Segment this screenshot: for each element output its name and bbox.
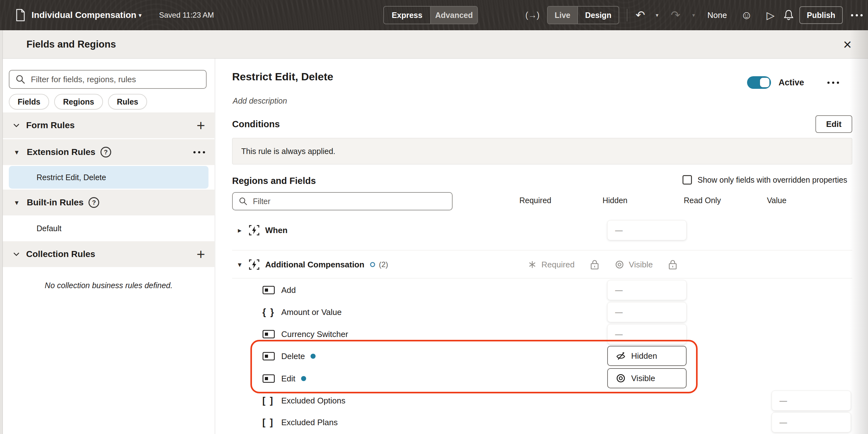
button-field-icon	[262, 374, 277, 383]
chip-rules[interactable]: Rules	[108, 94, 147, 110]
help-icon[interactable]: ?	[89, 197, 99, 208]
caret-down-icon: ▾	[12, 148, 21, 157]
column-required: Required	[519, 196, 551, 205]
lock-icon[interactable]	[668, 259, 678, 270]
regions-fields-heading: Regions and Fields	[232, 176, 316, 186]
fields-filter	[232, 192, 453, 210]
toolbar-divider	[627, 9, 627, 22]
eye-icon	[615, 373, 626, 383]
section-collection-rules[interactable]: Collection Rules +	[3, 241, 215, 267]
table-row-excluded-options: [ ] Excluded Options	[232, 389, 852, 412]
hidden-dropdown-when[interactable]: —	[607, 220, 687, 240]
overridden-checkbox[interactable]	[682, 175, 692, 185]
chip-regions[interactable]: Regions	[54, 94, 103, 110]
collapse-panel-icon[interactable]: (→)	[525, 0, 539, 30]
value-dropdown-excluded-plans[interactable]: —	[772, 412, 851, 432]
rule-overflow-menu-icon[interactable]	[827, 82, 839, 84]
preview-play-icon[interactable]: ▷	[767, 0, 774, 30]
required-toggle[interactable]: Required	[528, 260, 575, 270]
drawer-title: Fields and Regions	[27, 39, 116, 50]
overridden-label: Show only fields with overridden propert…	[698, 176, 847, 185]
live-design-toggle: Live Design	[547, 6, 619, 24]
overflow-menu-icon[interactable]	[851, 0, 863, 30]
extension-rules-menu[interactable]	[193, 151, 205, 153]
express-tab[interactable]: Express	[384, 7, 430, 24]
design-tab[interactable]: Design	[578, 7, 619, 24]
visible-toggle[interactable]: Visible	[615, 259, 653, 270]
collapse-caret-icon[interactable]: ▾	[235, 260, 244, 269]
edit-conditions-button[interactable]: Edit	[815, 115, 852, 133]
document-icon	[16, 0, 25, 30]
hidden-dropdown-delete[interactable]: Hidden	[607, 346, 687, 366]
page-switcher[interactable]: Individual Compensation	[31, 0, 136, 30]
mode-toggle: Express Advanced	[383, 6, 478, 24]
override-ring-icon	[370, 262, 375, 267]
rule-detail-panel: Restrict Edit, Delete Active Add descrip…	[215, 59, 868, 434]
column-value: Value	[767, 196, 786, 205]
section-form-rules[interactable]: Form Rules +	[3, 113, 215, 138]
hidden-dropdown-add[interactable]: —	[607, 280, 687, 300]
sidebar-item-restrict-edit-delete[interactable]: Restrict Edit, Delete	[9, 166, 209, 189]
doc-caret-icon[interactable]: ▾	[138, 0, 142, 30]
hidden-dropdown-amount[interactable]: —	[607, 302, 687, 322]
undo-caret-icon[interactable]: ▾	[656, 0, 658, 30]
table-row-add: Add	[232, 279, 852, 301]
table-row-edit: Edit	[232, 367, 852, 390]
empty-collection-note: No collection business rules defined.	[3, 281, 215, 290]
override-dot	[311, 354, 316, 359]
live-tab[interactable]: Live	[548, 7, 578, 24]
button-field-icon	[262, 330, 277, 339]
value-dropdown-excluded-options[interactable]: —	[772, 391, 851, 411]
add-collection-rule-button[interactable]: +	[196, 247, 205, 261]
region-icon	[248, 258, 260, 271]
column-read-only: Read Only	[684, 196, 721, 205]
brackets-icon: [ ]	[262, 417, 277, 428]
caret-down-icon: ▾	[12, 198, 21, 207]
notifications-bell-icon[interactable]	[784, 0, 794, 30]
close-icon[interactable]: ×	[843, 37, 851, 52]
sandbox-label[interactable]: None	[707, 0, 727, 30]
saved-status: Saved 11:23 AM	[159, 0, 214, 30]
lock-icon[interactable]	[590, 259, 599, 270]
expand-caret-icon[interactable]: ▸	[235, 226, 244, 235]
chevron-down-icon	[12, 122, 21, 129]
page-edge-strip	[0, 30, 3, 434]
override-dot	[301, 376, 306, 381]
drawer-header: Fields and Regions ×	[3, 30, 868, 59]
row-divider	[232, 250, 852, 250]
table-row-amount-or-value: { } Amount or Value	[232, 301, 852, 323]
sidebar-item-default[interactable]: Default	[3, 216, 215, 240]
top-app-bar: Individual Compensation ▾ Saved 11:23 AM…	[0, 0, 868, 30]
active-toggle[interactable]	[747, 76, 771, 89]
add-description-field[interactable]: Add description	[233, 96, 287, 105]
publish-button[interactable]: Publish	[799, 6, 843, 24]
rule-title: Restrict Edit, Delete	[232, 70, 333, 83]
chevron-down-icon	[12, 251, 21, 258]
hidden-dropdown-edit[interactable]: Visible	[607, 368, 687, 388]
rules-sidebar: Fields Regions Rules Form Rules + ▾ Exte…	[3, 59, 215, 434]
conditions-box: This rule is always applied.	[232, 138, 852, 164]
undo-button[interactable]: ↶	[636, 0, 645, 30]
override-count: (2)	[379, 260, 388, 269]
add-form-rule-button[interactable]: +	[196, 118, 205, 133]
active-label: Active	[779, 78, 804, 88]
button-field-icon	[262, 352, 277, 361]
row-divider	[232, 278, 852, 278]
eye-slash-icon	[615, 350, 626, 361]
section-extension-rules[interactable]: ▾ Extension Rules ?	[3, 139, 215, 165]
feedback-smiley-icon[interactable]: ☺	[741, 0, 752, 30]
redo-caret-icon[interactable]: ▾	[692, 0, 695, 30]
sidebar-search	[9, 70, 207, 89]
hidden-dropdown-currency[interactable]: —	[607, 324, 687, 344]
chip-fields[interactable]: Fields	[9, 94, 49, 110]
advanced-tab[interactable]: Advanced	[430, 7, 477, 24]
filter-chips: Fields Regions Rules	[9, 94, 147, 110]
redo-button[interactable]: ↷	[671, 0, 680, 30]
fields-filter-input[interactable]	[253, 197, 446, 206]
search-icon	[15, 74, 26, 85]
asterisk-icon	[528, 260, 537, 269]
table-row-delete: Delete	[232, 345, 852, 368]
help-icon[interactable]: ?	[100, 147, 111, 157]
section-builtin-rules[interactable]: ▾ Built-in Rules ?	[3, 190, 215, 215]
sidebar-search-input[interactable]	[31, 75, 200, 84]
